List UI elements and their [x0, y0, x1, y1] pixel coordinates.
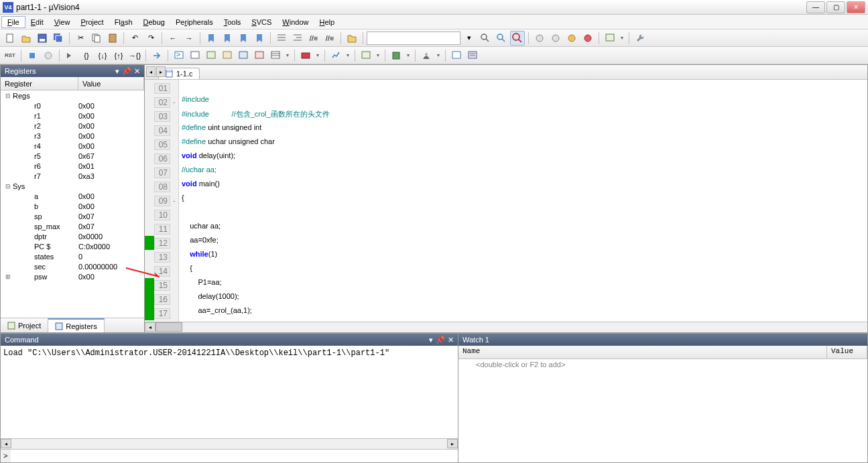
command-output[interactable]: Load "C:\\Users\\Administrator.USER-2014…	[1, 346, 458, 438]
cut-icon[interactable]: ✂	[73, 31, 88, 46]
serial-dropdown-icon[interactable]: ▾	[314, 52, 321, 58]
window-dropdown-icon[interactable]: ▾	[619, 35, 625, 41]
run-to-cursor-icon[interactable]: →{}	[127, 48, 142, 63]
registers-window-icon[interactable]	[220, 48, 235, 63]
uncomment-icon[interactable]: //≡	[322, 31, 337, 46]
nav-back-icon[interactable]: ←	[166, 31, 180, 46]
show-next-icon[interactable]	[149, 48, 164, 63]
reset-icon[interactable]: RST	[3, 48, 17, 63]
save-icon[interactable]	[35, 31, 50, 46]
stop-icon[interactable]	[41, 48, 56, 63]
register-row[interactable]: r70xa3	[1, 171, 144, 181]
menu-help[interactable]: Help	[314, 17, 340, 27]
cmd-close-icon[interactable]: ✕	[448, 336, 454, 344]
register-row[interactable]: sp_max0x07	[1, 221, 144, 231]
watch-name-column[interactable]: Name	[458, 346, 827, 358]
find-combo[interactable]	[367, 31, 460, 45]
register-group[interactable]: ⊟Regs	[1, 90, 144, 101]
register-row[interactable]: r20x00	[1, 121, 144, 131]
find-icon[interactable]	[478, 31, 493, 46]
undo-icon[interactable]: ↶	[127, 31, 142, 46]
toolbox-dropdown-icon[interactable]: ▾	[435, 52, 442, 58]
register-row[interactable]: dptr0x0000	[1, 231, 144, 241]
project-tab[interactable]: Project	[1, 318, 48, 332]
open-file-icon[interactable]	[19, 31, 34, 46]
bookmark-next-icon[interactable]	[236, 31, 251, 46]
system-viewer-icon[interactable]	[389, 48, 404, 63]
menu-project[interactable]: Project	[75, 17, 109, 27]
analysis-window-icon[interactable]	[328, 48, 343, 63]
maximize-button[interactable]: ▢	[826, 1, 845, 13]
comment-icon[interactable]: //≡	[306, 31, 321, 46]
window-icon[interactable]	[603, 31, 617, 46]
tab-nav-right-icon[interactable]: ▸	[156, 66, 166, 77]
register-row[interactable]: r50x67	[1, 151, 144, 161]
tab-nav-left-icon[interactable]: ◂	[146, 66, 156, 77]
redo-icon[interactable]: ↷	[143, 31, 158, 46]
menu-tools[interactable]: Tools	[219, 17, 247, 27]
save-all-icon[interactable]	[51, 31, 66, 46]
call-stack-icon[interactable]	[236, 48, 251, 63]
register-row[interactable]: ⊞psw0x00	[1, 271, 144, 281]
register-row[interactable]: sec0.00000000	[1, 261, 144, 271]
panel-pin-icon[interactable]: 📌	[122, 67, 131, 76]
toolbox-icon[interactable]	[419, 48, 434, 63]
menu-peripherals[interactable]: Peripherals	[170, 17, 219, 27]
register-row[interactable]: b0x00	[1, 201, 144, 211]
debug-circle4-icon[interactable]	[580, 31, 595, 46]
trace-window-icon[interactable]	[359, 48, 373, 63]
panel-dropdown-icon[interactable]: ▾	[115, 67, 119, 76]
cmd-scroll-left-icon[interactable]: ◂	[1, 439, 11, 448]
disassembly-icon[interactable]	[188, 48, 202, 63]
step-over-icon[interactable]: {}	[79, 48, 94, 63]
new-file-icon[interactable]	[3, 31, 17, 46]
menu-view[interactable]: View	[49, 17, 76, 27]
register-row[interactable]: sp0x07	[1, 211, 144, 221]
memory-dropdown-icon[interactable]: ▾	[284, 52, 291, 58]
register-group[interactable]: ⊟Sys	[1, 181, 144, 191]
run-icon[interactable]	[25, 48, 40, 63]
register-row[interactable]: r00x00	[1, 101, 144, 111]
register-row[interactable]: PC $C:0x0000	[1, 241, 144, 251]
find-dropdown-icon[interactable]: ▾	[462, 31, 477, 46]
value-column-header[interactable]: Value	[78, 77, 144, 90]
debug-circle1-icon[interactable]	[532, 31, 547, 46]
register-row[interactable]: states0	[1, 251, 144, 261]
outdent-icon[interactable]	[290, 31, 305, 46]
bookmark-prev-icon[interactable]	[220, 31, 235, 46]
symbol-window-icon[interactable]	[204, 48, 219, 63]
debug-circle3-icon[interactable]	[564, 31, 579, 46]
nav-forward-icon[interactable]: →	[182, 31, 196, 46]
menu-edit[interactable]: Edit	[25, 17, 49, 27]
menu-debug[interactable]: Debug	[138, 17, 170, 27]
memory-window-icon[interactable]	[268, 48, 283, 63]
menu-svcs[interactable]: SVCS	[246, 17, 277, 27]
trace-dropdown-icon[interactable]: ▾	[375, 52, 381, 58]
command-window-icon[interactable]: >	[172, 48, 186, 63]
command-input[interactable]	[11, 450, 458, 462]
folder-icon[interactable]	[345, 31, 359, 46]
register-row[interactable]: r30x00	[1, 131, 144, 141]
step-out-icon[interactable]: {↑}	[111, 48, 126, 63]
minimize-button[interactable]: —	[806, 1, 825, 13]
incremental-find-icon[interactable]	[510, 31, 525, 46]
wrench-icon[interactable]	[633, 31, 647, 46]
step-into-icon[interactable]: {↓}	[95, 48, 110, 63]
cmd-dropdown-icon[interactable]: ▾	[429, 336, 433, 344]
menu-file[interactable]: File	[1, 16, 25, 28]
debug-circle2-icon[interactable]	[548, 31, 563, 46]
watch-placeholder-row[interactable]: <double-click or F2 to add>	[462, 360, 863, 369]
code-area[interactable]: 0102-03040506070809-1011121314151617 #in…	[145, 80, 867, 322]
close-button[interactable]: ✕	[847, 1, 865, 13]
indent-icon[interactable]	[274, 31, 289, 46]
find-in-files-icon[interactable]	[494, 31, 509, 46]
hscroll-thumb[interactable]	[156, 322, 182, 332]
options-icon[interactable]	[465, 48, 480, 63]
register-row[interactable]: r40x00	[1, 141, 144, 151]
hscroll-left-icon[interactable]: ◂	[145, 322, 156, 332]
cmd-pin-icon[interactable]: 📌	[436, 336, 445, 344]
watch-value-column[interactable]: Value	[827, 346, 867, 358]
register-row[interactable]: a0x00	[1, 191, 144, 201]
update-icon[interactable]	[449, 48, 464, 63]
analysis-dropdown-icon[interactable]: ▾	[345, 52, 351, 58]
